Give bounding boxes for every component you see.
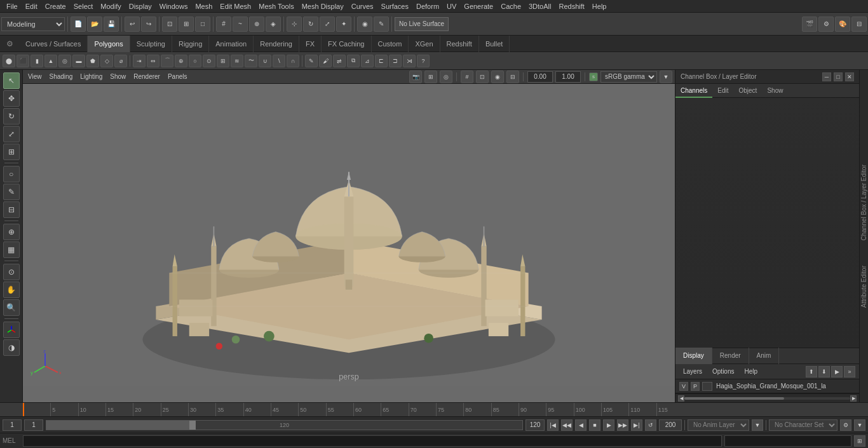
timeline-tick-105[interactable]: 105 bbox=[601, 403, 613, 416]
subdivide-btn[interactable]: ⊞ bbox=[217, 55, 229, 67]
color-space-select[interactable]: sRGB gamma bbox=[600, 71, 657, 83]
step-back-btn[interactable]: ◀◀ bbox=[561, 419, 573, 431]
layer-new2-btn[interactable]: ⬇ bbox=[818, 366, 830, 377]
redo-btn[interactable]: ↪ bbox=[141, 17, 156, 32]
lasso-btn[interactable]: ⊟ bbox=[3, 201, 20, 218]
timeline-playhead[interactable] bbox=[23, 403, 24, 416]
combine-btn[interactable]: ⊏ bbox=[375, 55, 388, 67]
snap-grid-btn[interactable]: # bbox=[216, 17, 231, 32]
tab-rendering[interactable]: Rendering bbox=[254, 36, 299, 52]
timeline-tick-65[interactable]: 65 bbox=[381, 403, 389, 416]
camera-rotate-input[interactable] bbox=[527, 71, 553, 83]
workspace-selector[interactable]: Modeling bbox=[1, 17, 65, 31]
viewport-menu-show[interactable]: Show bbox=[107, 73, 128, 80]
separate-btn[interactable]: ⊐ bbox=[389, 55, 402, 67]
extrude-btn[interactable]: ⇥ bbox=[133, 55, 146, 67]
tab-curves-surfaces[interactable]: Curves / Surfaces bbox=[19, 36, 88, 52]
color-profile-btn[interactable]: ▼ bbox=[660, 71, 672, 83]
timeline-tick-80[interactable]: 80 bbox=[463, 403, 471, 416]
universal-manip-btn[interactable]: ⊞ bbox=[3, 144, 20, 160]
play-start-btn[interactable]: |◀ bbox=[547, 419, 559, 431]
tab-polygons[interactable]: Polygons bbox=[88, 36, 130, 52]
axis-indicator-btn[interactable] bbox=[3, 322, 20, 338]
poly-sphere-btn[interactable]: ⬤ bbox=[3, 55, 15, 67]
vp-camera-btn[interactable]: 📷 bbox=[409, 71, 422, 83]
char-set-extra-btn[interactable]: ▼ bbox=[854, 419, 865, 431]
menu-deform[interactable]: Deform bbox=[412, 0, 443, 13]
duplicate-btn[interactable]: ⧉ bbox=[347, 55, 360, 67]
menu-display[interactable]: Display bbox=[125, 0, 156, 13]
char-set-options-btn[interactable]: ⚙ bbox=[840, 419, 851, 431]
menu-select[interactable]: Select bbox=[70, 0, 97, 13]
vp-wireframe-btn[interactable]: ⊞ bbox=[424, 71, 437, 83]
tab-animation[interactable]: Animation bbox=[209, 36, 254, 52]
vp-hud-btn[interactable]: ⊟ bbox=[506, 71, 519, 83]
disp-tab-render[interactable]: Render bbox=[712, 348, 749, 364]
menu-cache[interactable]: Cache bbox=[497, 0, 525, 13]
undo-btn[interactable]: ↩ bbox=[125, 17, 140, 32]
extract-btn[interactable]: ⋊ bbox=[403, 55, 416, 67]
bool-intersect-btn[interactable]: ∩ bbox=[287, 55, 299, 67]
current-frame-input[interactable] bbox=[3, 419, 22, 431]
poly-plane-btn[interactable]: ▬ bbox=[72, 55, 85, 67]
range-end-2-input[interactable] bbox=[659, 419, 682, 431]
camera-zoom-btn[interactable]: 🔍 bbox=[3, 299, 20, 316]
menu-help[interactable]: Help bbox=[588, 0, 611, 13]
timeline-tick-20[interactable]: 20 bbox=[133, 403, 141, 416]
save-scene-btn[interactable]: 💾 bbox=[104, 17, 119, 32]
frame-slider[interactable]: 120 bbox=[46, 420, 523, 430]
timeline-tick-25[interactable]: 25 bbox=[161, 403, 169, 416]
weld-btn[interactable]: ⊙ bbox=[203, 55, 215, 67]
crease-btn[interactable]: 〜 bbox=[245, 55, 257, 67]
soft-select-btn[interactable]: ◉ bbox=[357, 17, 372, 32]
next-frame-btn[interactable]: ▶ bbox=[603, 419, 614, 431]
select-mode-btn[interactable]: □ bbox=[195, 17, 210, 32]
side-tab-channel-box[interactable]: Channel Box / Layer Editor bbox=[860, 165, 867, 241]
menu-3dtool[interactable]: 3DtoAll bbox=[525, 0, 555, 13]
uv-editor-btn[interactable]: ⊟ bbox=[851, 17, 867, 32]
timeline-tick-15[interactable]: 15 bbox=[105, 403, 114, 416]
menu-edit-mesh[interactable]: Edit Mesh bbox=[216, 0, 255, 13]
frame-start-input[interactable] bbox=[24, 419, 43, 431]
layers-tab-layers[interactable]: Layers bbox=[679, 368, 706, 375]
timeline-tick-45[interactable]: 45 bbox=[271, 403, 279, 416]
bridge-btn[interactable]: ⇔ bbox=[147, 55, 159, 67]
render-preview-btn[interactable]: ◑ bbox=[3, 339, 20, 356]
viewport-menu-renderer[interactable]: Renderer bbox=[131, 73, 163, 80]
render-btn[interactable]: 🎬 bbox=[802, 17, 817, 32]
layer-opts-btn[interactable]: » bbox=[844, 366, 855, 377]
snap-curve-btn[interactable]: ~ bbox=[233, 17, 248, 32]
disp-tab-anim[interactable]: Anim bbox=[749, 348, 780, 364]
menu-curves[interactable]: Curves bbox=[348, 0, 377, 13]
vp-grid-btn[interactable]: # bbox=[461, 71, 473, 83]
step-fwd-btn[interactable]: ▶▶ bbox=[617, 419, 628, 431]
poly-cone-btn[interactable]: ▲ bbox=[44, 55, 57, 67]
layers-tab-options[interactable]: Options bbox=[709, 368, 738, 375]
menu-uv[interactable]: UV bbox=[443, 0, 460, 13]
measure-btn[interactable]: ▦ bbox=[3, 241, 20, 258]
snap-point-btn[interactable]: ⊕ bbox=[249, 17, 264, 32]
layer-color-swatch[interactable] bbox=[702, 382, 712, 391]
soft-mod-btn[interactable]: ○ bbox=[3, 166, 20, 182]
poly-cylinder-btn[interactable]: ▮ bbox=[31, 55, 43, 67]
timeline-tick-30[interactable]: 30 bbox=[188, 403, 196, 416]
vp-component-mode-btn[interactable]: ⊡ bbox=[476, 71, 489, 83]
layer-visibility-v[interactable]: V bbox=[679, 382, 688, 391]
timeline-tick-35[interactable]: 35 bbox=[215, 403, 224, 416]
tabs-settings-icon[interactable]: ⚙ bbox=[3, 37, 17, 51]
anim-layer-select[interactable]: No Anim Layer bbox=[688, 419, 749, 431]
menu-mesh[interactable]: Mesh bbox=[191, 0, 216, 13]
timeline-tick-100[interactable]: 100 bbox=[574, 403, 585, 416]
layer-new-btn[interactable]: ⬆ bbox=[806, 366, 817, 377]
cb-tab-edit[interactable]: Edit bbox=[712, 84, 733, 98]
viewport-canvas[interactable]: persp x y z bbox=[23, 84, 675, 402]
rotate-tool-btn-left[interactable]: ↻ bbox=[3, 108, 20, 125]
new-scene-btn[interactable]: 📄 bbox=[71, 17, 86, 32]
command-input[interactable] bbox=[23, 435, 722, 447]
paint-select-btn[interactable]: ✎ bbox=[3, 184, 20, 200]
smooth-btn[interactable]: ≋ bbox=[231, 55, 243, 67]
camera-pan-btn[interactable]: ✋ bbox=[3, 282, 20, 298]
vp-soft-select-btn[interactable]: ◉ bbox=[491, 71, 504, 83]
layers-tab-help[interactable]: Help bbox=[740, 368, 761, 375]
layer-playback-p[interactable]: P bbox=[691, 382, 700, 391]
